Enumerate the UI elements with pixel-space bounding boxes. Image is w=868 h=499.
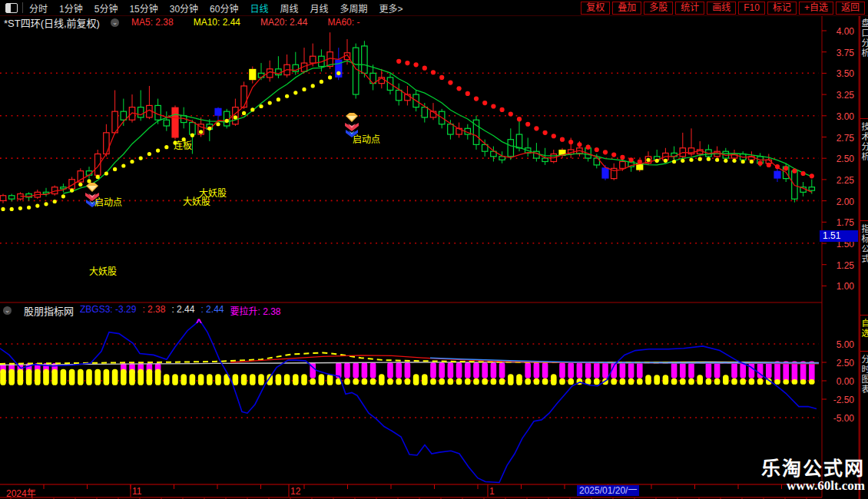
trend-dot-red: [577, 142, 581, 147]
trend-dot-yellow: [681, 159, 684, 163]
chart-title-row: *ST四环(日线,前复权) ⌄ MA5: 2.38MA10: 2.44MA20:…: [4, 17, 379, 28]
indicator-bar-yellow: [645, 375, 651, 385]
indicator-bar-yellow: [43, 369, 49, 385]
candle-body: [508, 140, 513, 157]
indicator-bar-magenta: [792, 362, 798, 382]
chevron-down-circle-icon[interactable]: ⌄: [3, 306, 12, 315]
toolbar-button-叠加[interactable]: 叠加: [612, 2, 641, 15]
watermark-url: www.60lt.com: [761, 478, 865, 493]
tab-period-8[interactable]: 月线: [310, 2, 329, 15]
indicator-bar-yellow: [516, 374, 522, 385]
indicator-bar-yellow: [18, 369, 24, 385]
tab-period-5[interactable]: 60分钟: [210, 2, 238, 15]
indicator-bar-yellow: [611, 378, 617, 385]
tab-period-3[interactable]: 15分钟: [129, 2, 157, 15]
trend-dot-red: [517, 117, 522, 121]
price-axis-label: 1.00: [819, 281, 854, 292]
indicator-bar-magenta: [456, 362, 462, 378]
indicator-bar-yellow: [473, 378, 479, 385]
indicator-bar-magenta: [637, 362, 643, 378]
toolbar-button-返回[interactable]: 返回: [836, 2, 865, 15]
last-price-tag: 1.51: [820, 230, 858, 242]
candle-body: [104, 133, 109, 154]
trend-dot-red: [396, 59, 401, 64]
tab-period-4[interactable]: 30分钟: [170, 2, 198, 15]
indicator-bar-yellow: [319, 374, 325, 385]
indicator-bar-magenta: [577, 362, 583, 378]
indicator-bar-magenta: [559, 362, 565, 378]
indicator-bar-yellow: [706, 378, 712, 385]
sidebar-tab-0[interactable]: 盘口分析: [860, 15, 868, 119]
trend-dot-yellow: [164, 145, 168, 149]
time-axis-label: 11: [132, 486, 141, 497]
indicator-bar-magenta: [749, 362, 755, 378]
indicator-bar-yellow: [344, 378, 350, 385]
indicator-bar-yellow: [568, 378, 574, 385]
indicator-bar-yellow: [628, 378, 634, 385]
trend-dot-yellow: [277, 97, 280, 101]
indicator-bar-yellow: [190, 374, 196, 385]
trend-dot-yellow: [147, 152, 151, 156]
candle-body: [620, 161, 625, 168]
candle-body-marked: [774, 171, 780, 179]
indicator-bar-yellow: [731, 378, 737, 385]
indicator-bar-yellow: [353, 378, 359, 385]
toolbar-button-F10[interactable]: F10: [738, 2, 765, 15]
tab-period-7[interactable]: 周线: [280, 2, 298, 15]
trend-dot-red: [414, 62, 419, 67]
indicator-axis-label: 5.00: [819, 339, 854, 350]
indicator-bar-yellow: [430, 378, 436, 385]
indicator-bar-yellow: [482, 378, 488, 385]
chevron-down-circle-icon[interactable]: ⌄: [111, 18, 119, 27]
trend-dot-yellow: [190, 134, 194, 137]
indicator-header: ⌄ 股朋指标网 ZBGS3: -3.29: 2.38: 2.44: 2.44要拉…: [3, 305, 287, 316]
candle-body-marked: [171, 107, 178, 138]
indicator-value-4: 要拉升: 2.38: [230, 304, 280, 317]
indicator-axis-label: 2.50: [819, 358, 854, 368]
trend-dot-yellow: [70, 189, 74, 193]
toolbar-divider: [22, 2, 23, 13]
toolbar-button-标记[interactable]: 标记: [767, 2, 797, 15]
sidebar-tab-1[interactable]: 技术分析: [860, 119, 868, 221]
tab-period-9[interactable]: 多周期: [340, 2, 368, 15]
indicator-value-group: ZBGS3: -3.29: 2.38: 2.44: 2.44要拉升: 2.38: [80, 304, 287, 317]
toolbar-button-统计[interactable]: 统计: [675, 2, 704, 15]
toolbar-button-+自选[interactable]: +自选: [799, 2, 833, 15]
indicator-bar-magenta: [491, 362, 497, 378]
indicator-bar-magenta: [396, 362, 402, 378]
sidebar-tab-3[interactable]: 自选: [860, 316, 868, 352]
toolbar-button-画线[interactable]: 画线: [707, 2, 736, 15]
ma-value-3: MA60: -: [327, 17, 359, 28]
tab-period-2[interactable]: 5分钟: [94, 2, 118, 15]
top-toolbar: 分时1分钟5分钟15分钟30分钟60分钟日线周线月线多周期更多> 复权叠加多股统…: [0, 0, 868, 16]
chart-canvas[interactable]: ^: [0, 0, 868, 499]
price-axis-label: 3.50: [819, 68, 854, 79]
indicator-bar-yellow: [78, 369, 84, 385]
indicator-bar-yellow: [86, 369, 92, 385]
indicator-bar-magenta: [594, 362, 600, 378]
trend-dot-yellow: [27, 206, 31, 210]
time-axis-label: 12: [290, 486, 300, 497]
indicator-bar-yellow: [783, 379, 789, 385]
trend-dot-red: [792, 169, 797, 173]
trend-dot-red: [611, 153, 616, 157]
price-axis-label: 2.25: [819, 175, 854, 186]
selected-date-tag[interactable]: 2025/01/20/一: [577, 485, 639, 496]
candle-body: [258, 73, 263, 78]
indicator-bar-yellow: [233, 374, 239, 385]
toolbar-button-复权[interactable]: 复权: [581, 2, 610, 15]
tab-period-1[interactable]: 1分钟: [59, 2, 83, 15]
indicator-bar-yellow: [809, 379, 815, 385]
indicator-bar-yellow: [121, 369, 127, 385]
window-split-icon[interactable]: [5, 3, 18, 13]
sidebar-tab-2[interactable]: 指标公式: [860, 221, 868, 316]
indicator-bar-magenta: [387, 362, 393, 378]
toolbar-button-多股[interactable]: 多股: [644, 2, 673, 15]
tab-period-10[interactable]: 更多>: [379, 2, 403, 15]
tab-period-6[interactable]: 日线: [250, 2, 268, 15]
trend-dot-red: [552, 134, 556, 138]
indicator-bar-yellow: [8, 369, 15, 385]
trend-dot-red: [491, 104, 495, 108]
chart-annotation-连板: 连板: [174, 138, 192, 151]
tab-period-0[interactable]: 分时: [29, 2, 48, 15]
